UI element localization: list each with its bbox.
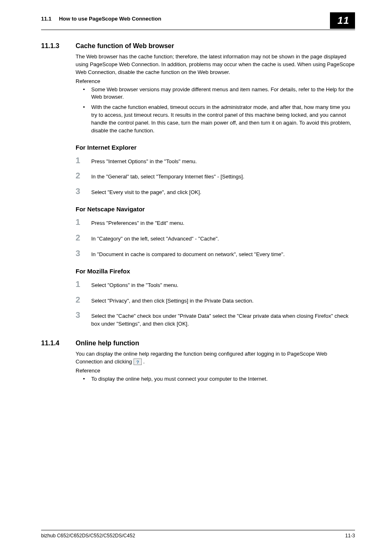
svg-text:?: ?	[136, 360, 139, 365]
bullet-item: Some Web browser versions may provide di…	[76, 86, 355, 102]
help-icon: ?	[134, 358, 142, 365]
subsection-title-firefox: For Mozilla Firefox	[76, 268, 355, 275]
step-row: 2 In the "General" tab, select "Temporar…	[76, 171, 355, 181]
step-number: 1	[76, 217, 91, 227]
step-row: 3 In "Document in cache is compared to d…	[76, 249, 355, 259]
intro-text-before: You can display the online help regardin…	[76, 351, 327, 365]
page-header: 11.1 How to use PageScope Web Connection…	[41, 12, 355, 30]
step-number: 2	[76, 295, 91, 305]
step-number: 2	[76, 233, 91, 243]
step-row: 2 In "Category" on the left, select "Adv…	[76, 233, 355, 243]
section-heading: 11.1.4 Online help function	[41, 340, 355, 347]
step-row: 1 Press "Preferences" in the "Edit" menu…	[76, 217, 355, 227]
step-text: In "Category" on the left, select "Advan…	[91, 235, 219, 243]
step-text: Press "Preferences" in the "Edit" menu.	[91, 220, 184, 227]
step-number: 1	[76, 280, 91, 289]
section-number: 11.1.4	[41, 340, 76, 347]
intro-paragraph: The Web browser has the cache function; …	[76, 53, 355, 76]
bullet-item: To display the online help, you must con…	[76, 375, 355, 383]
reference-label: Reference	[76, 368, 355, 374]
header-section-title: 11.1 How to use PageScope Web Connection	[41, 12, 161, 22]
step-number: 3	[76, 187, 91, 196]
step-row: 1 Press "Internet Options" in the "Tools…	[76, 156, 355, 166]
subsection-title-netscape: For Netscape Navigator	[76, 206, 355, 213]
section-title: Cache function of Web browser	[76, 42, 174, 50]
header-section-text: How to use PageScope Web Connection	[59, 16, 161, 22]
reference-label: Reference	[76, 78, 355, 84]
intro-text-after: .	[142, 358, 145, 365]
step-text: Press "Internet Options" in the "Tools" …	[91, 158, 197, 166]
step-text: Select "Every visit to the page", and cl…	[91, 189, 201, 197]
page-footer: bizhub C652/C652DS/C552/C552DS/C452 11-3	[41, 530, 355, 539]
header-section-number: 11.1	[41, 16, 51, 22]
section-heading: 11.1.3 Cache function of Web browser	[41, 42, 355, 50]
footer-model: bizhub C652/C652DS/C552/C552DS/C452	[41, 533, 135, 539]
step-number: 3	[76, 249, 91, 258]
chapter-number-badge: 11	[330, 12, 355, 29]
step-number: 2	[76, 171, 91, 180]
step-row: 3 Select "Every visit to the page", and …	[76, 187, 355, 197]
reference-bullet-list: To display the online help, you must con…	[76, 375, 355, 383]
section-title: Online help function	[76, 340, 139, 347]
footer-page-number: 11-3	[345, 533, 355, 539]
step-row: 1 Select "Options" in the "Tools" menu.	[76, 280, 355, 289]
step-text: Select the "Cache" check box under "Priv…	[91, 312, 355, 328]
reference-bullet-list: Some Web browser versions may provide di…	[76, 86, 355, 135]
subsection-title-ie: For Internet Explorer	[76, 144, 355, 151]
section-intro-block: You can display the online help regardin…	[76, 350, 355, 383]
section-intro-block: The Web browser has the cache function; …	[76, 53, 355, 135]
step-row: 3 Select the "Cache" check box under "Pr…	[76, 310, 355, 328]
step-number: 3	[76, 310, 91, 320]
step-text: In "Document in cache is compared to doc…	[91, 251, 285, 259]
intro-paragraph: You can display the online help regardin…	[76, 350, 355, 366]
section-number: 11.1.3	[41, 42, 76, 50]
step-number: 1	[76, 156, 91, 165]
step-text: Select "Privacy", and then click [Settin…	[91, 297, 254, 305]
bullet-item: With the cache function enabled, timeout…	[76, 104, 355, 134]
step-text: Select "Options" in the "Tools" menu.	[91, 282, 178, 289]
step-text: In the "General" tab, select "Temporary …	[91, 173, 244, 181]
step-row: 2 Select "Privacy", and then click [Sett…	[76, 295, 355, 305]
